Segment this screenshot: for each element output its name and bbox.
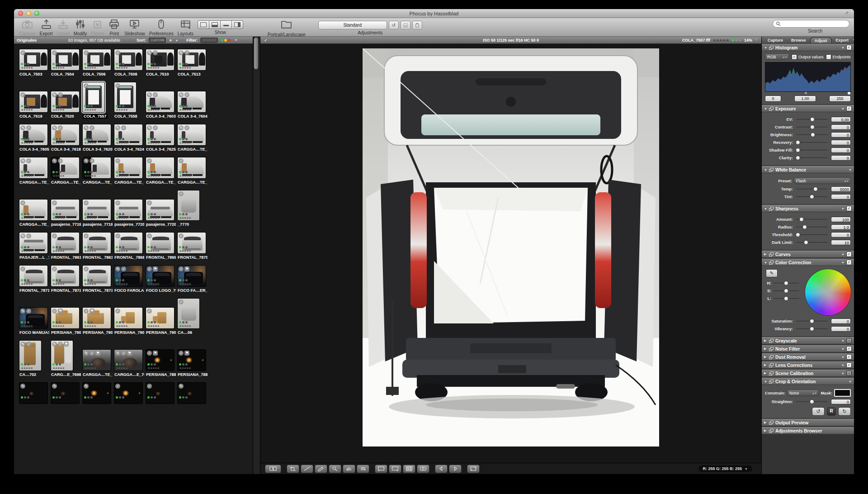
view-compare-button[interactable] — [417, 465, 429, 473]
section-header-adjustments-browser[interactable]: ▶ Adjustments Browser — [762, 427, 854, 434]
gamma-marker[interactable] — [805, 92, 807, 94]
section-header-histogram[interactable]: ▼ Histogram ▼✓ — [762, 44, 854, 51]
thumbnail-stars[interactable]: ★★★★★ — [52, 282, 64, 286]
reset-rotation-button[interactable]: R — [827, 407, 836, 416]
slider[interactable] — [796, 142, 828, 143]
section-header-grayscale[interactable]: ▶Grayscale▼▪ — [762, 337, 854, 344]
thumbnail-stars[interactable]: ★★★★★ — [21, 249, 33, 253]
thumbnail-image[interactable]: ✎✓★★★★★ — [178, 124, 206, 145]
thumbnail-image[interactable]: ✎ — [178, 383, 206, 404]
slider[interactable] — [796, 321, 828, 322]
thumbnail-stars[interactable]: ★★★★★ — [21, 324, 33, 328]
slider[interactable] — [796, 242, 828, 243]
disclosure-triangle-icon[interactable]: ▶ — [764, 363, 767, 367]
filter-dropdown-arrow-icon[interactable]: ▼ — [234, 38, 237, 42]
thumbnail-stars[interactable]: ★★★★★ — [116, 282, 127, 286]
value-field[interactable]: 0,00 — [831, 117, 851, 122]
thumbnail-image[interactable]: ✓⚑★★★★★ — [146, 266, 174, 286]
slider[interactable] — [796, 189, 828, 190]
presets-icon[interactable] — [769, 46, 774, 50]
presets-icon[interactable] — [769, 347, 774, 351]
section-header-sharpness[interactable]: ▼ Sharpness ▼✓ — [762, 205, 854, 212]
thumbnail-image[interactable]: ✓★★★★★ — [114, 200, 142, 220]
thumbnail-stars[interactable]: ★★★★★ — [147, 141, 159, 145]
thumbnail-stars[interactable]: ★★★★★ — [147, 174, 159, 178]
tabs-menu-icon[interactable]: ▼ — [853, 38, 854, 42]
draw-tool-button[interactable] — [315, 465, 327, 473]
value-field[interactable]: 1.0 — [831, 224, 851, 230]
zoom-stepper[interactable]: ＋－ — [755, 38, 758, 42]
thumbnail-image[interactable]: ✓★★★★★ — [83, 266, 111, 286]
tab-capture[interactable]: Capture — [764, 37, 787, 43]
thumbnail-stars[interactable]: ★★★★★ — [84, 174, 96, 178]
slider[interactable] — [796, 157, 828, 159]
thumbnail-image[interactable]: ✎✓★★★★★ — [146, 49, 174, 70]
thumbnail-stars[interactable]: ★★★★★ — [147, 282, 159, 286]
presets-icon[interactable] — [769, 429, 774, 433]
view-grid-button[interactable] — [403, 465, 415, 473]
thumbnail-image[interactable]: ✎✓★★★★★ — [19, 341, 41, 370]
thumbnail-stars[interactable]: ★★★★★ — [147, 216, 159, 220]
disclosure-triangle-icon[interactable]: ▼ — [764, 207, 767, 210]
slider-knob[interactable] — [802, 225, 807, 229]
value-field[interactable]: 5500 — [831, 186, 851, 192]
value-field[interactable]: 0 — [831, 318, 851, 324]
thumbnail-image[interactable]: ✎✓★★★★★ — [146, 91, 174, 112]
section-checkbox[interactable]: ✓ — [846, 354, 852, 360]
color-wheel[interactable] — [805, 269, 851, 315]
color-label-dots[interactable] — [731, 39, 741, 42]
black-point-field[interactable]: 0 — [765, 95, 781, 102]
histogram-graph[interactable] — [765, 62, 851, 92]
thumbnail-image[interactable]: ✓★★★★★ — [83, 49, 111, 70]
disclosure-triangle-icon[interactable]: ▶ — [764, 252, 767, 256]
slider[interactable] — [796, 328, 828, 330]
slider-knob[interactable] — [796, 156, 800, 160]
thumbnail-image[interactable]: ✓★★★★★ — [178, 233, 206, 253]
thumbnail-stars[interactable]: ★★★★★ — [179, 282, 191, 286]
zoom-tool-button[interactable] — [329, 465, 341, 473]
output-values-checkbox[interactable]: ✓Output values — [792, 54, 824, 60]
section-header-output-preview[interactable]: ▶ Output Preview — [762, 419, 854, 426]
thumbnail-image[interactable]: ✎✓⚑★★★★★ — [83, 350, 111, 370]
fit-view-button[interactable] — [467, 465, 480, 473]
next-image-button[interactable] — [449, 465, 462, 473]
thumbnail-image[interactable]: ✎✓★★★★★ — [114, 124, 142, 145]
reset-adjustments-button[interactable]: ↺ — [389, 21, 399, 29]
slider-knob[interactable] — [811, 133, 815, 137]
thumbnail-image[interactable]: ✎ — [19, 383, 47, 404]
thumbnail-stars[interactable]: ★★★★★ — [52, 216, 64, 220]
slider-knob[interactable] — [796, 233, 800, 237]
thumbnail-stars[interactable]: ★★★★★ — [147, 66, 159, 70]
capture-button[interactable]: Capture — [19, 19, 36, 36]
section-header-curves[interactable]: ▶ Curves ▼✓ — [762, 251, 854, 258]
section-menu-icon[interactable]: ▼ — [841, 364, 844, 367]
value-field[interactable]: 100 — [831, 217, 851, 222]
show-toolbar-toggle[interactable] — [221, 20, 232, 29]
section-checkbox[interactable]: ✓ — [846, 260, 852, 265]
thumbnail-stars[interactable]: ★★★★★ — [179, 249, 191, 253]
thumbnail-image[interactable]: ✓★★★★★ — [146, 200, 174, 220]
thumbnail-image[interactable]: ✓★★★★★ — [178, 157, 206, 178]
slider-knob[interactable] — [796, 148, 800, 152]
section-checkbox[interactable]: ✓ — [846, 252, 852, 257]
thumbnail-image[interactable]: ✎✓★★★★★ — [83, 157, 111, 178]
orientation-control[interactable]: Portrait/Landscape — [268, 19, 306, 37]
thumbnail-stars[interactable]: ★★★★★ — [52, 66, 64, 70]
disclosure-triangle-icon[interactable]: ▶ — [764, 371, 767, 375]
section-menu-icon[interactable]: ▼ — [841, 46, 844, 49]
thumbnail-stars[interactable]: ★★★★★ — [84, 216, 96, 220]
section-menu-icon[interactable]: ▼ — [841, 347, 844, 351]
value-field[interactable]: 0 — [831, 155, 851, 161]
browser-scrollbar[interactable] — [253, 37, 260, 474]
thumbnail-stars[interactable]: ★★★★★ — [52, 324, 64, 328]
slider-knob[interactable] — [810, 327, 814, 331]
section-menu-icon[interactable]: ▼ — [841, 107, 844, 110]
thumbnail-stars[interactable]: ★★★★★ — [21, 108, 33, 112]
slider[interactable] — [796, 119, 828, 120]
thumbnail-image[interactable]: ✓★★★★★ — [83, 233, 111, 253]
thumbnail-stars[interactable]: ★★★★★ — [179, 108, 191, 112]
filter-dot[interactable] — [221, 39, 223, 42]
tab-browse[interactable]: Browse — [787, 37, 810, 43]
slider[interactable] — [796, 134, 828, 136]
thumbnail-stars[interactable]: ★★★★★ — [84, 141, 96, 145]
